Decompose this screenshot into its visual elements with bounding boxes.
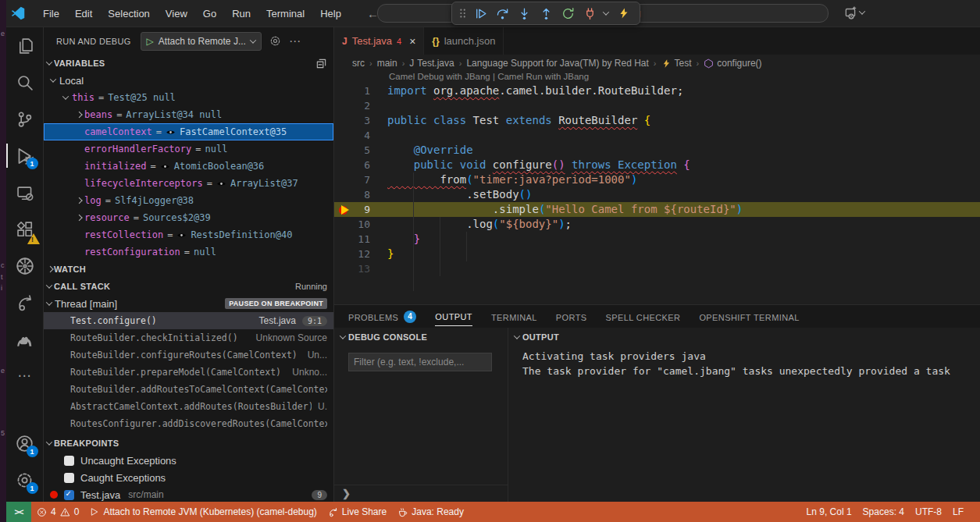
chevron-down-button[interactable] (602, 4, 611, 23)
menu-go[interactable]: Go (196, 5, 223, 23)
code-area[interactable]: 1import org.apache.camel.builder.RouteBu… (334, 83, 980, 276)
gutter[interactable] (334, 232, 355, 247)
hot-code-replace-button[interactable] (615, 4, 633, 23)
menu-run[interactable]: Run (225, 5, 258, 23)
variable-row[interactable]: restCollection=RestsDefinition@40 (44, 226, 333, 243)
stack-frame-row[interactable]: AbstractCamelContext.addRoutes(RoutesBui… (44, 398, 333, 415)
step-into-button[interactable] (515, 4, 533, 23)
cursor-position[interactable]: Ln 9, Col 1 (801, 506, 857, 517)
panel-tab-ports[interactable]: PORTS (556, 305, 587, 328)
stack-frame-row[interactable]: RouteBuilder.configureRoutes(CamelContex… (44, 346, 333, 364)
activity-explorer[interactable] (6, 27, 44, 64)
stack-frame-row[interactable]: Test.configure()Test.java9:1 (44, 312, 333, 329)
menu-help[interactable]: Help (313, 5, 348, 23)
drag-grip-button[interactable] (458, 4, 468, 23)
breadcrumb-item[interactable]: JTest.java (409, 58, 454, 69)
activity-accounts[interactable]: 1 (6, 425, 44, 462)
variable-row[interactable]: log=Slf4jLogger@38 (44, 192, 333, 209)
gutter[interactable] (334, 143, 355, 158)
watch-section-header[interactable]: WATCH (44, 261, 333, 278)
start-debug-icon[interactable]: ▷ (147, 36, 154, 47)
gutter[interactable] (334, 217, 355, 232)
variable-row[interactable]: restConfiguration=null (44, 243, 333, 261)
panel-tab-problems[interactable]: PROBLEMS4 (348, 305, 416, 328)
gutter[interactable] (334, 202, 355, 217)
breakpoint-row[interactable]: Uncaught Exceptions (44, 452, 333, 469)
screencast-tool[interactable] (843, 5, 864, 20)
gutter[interactable] (334, 187, 355, 202)
breakpoint-checkbox[interactable] (64, 473, 74, 483)
code-line[interactable]: 6 public void configure() throws Excepti… (334, 158, 980, 172)
tab-test-java[interactable]: JTest.java4× (334, 27, 424, 55)
variable-row[interactable]: resource=Sources$2@39 (44, 209, 333, 226)
breadcrumb-item[interactable]: configure() (704, 58, 761, 69)
activity-extensions[interactable] (6, 211, 44, 247)
debug-session-status[interactable]: Attach to Remote JVM (Kubernetes) (camel… (84, 502, 322, 522)
activity-search[interactable] (6, 64, 44, 101)
code-line[interactable]: 2 (334, 98, 980, 113)
debug-config-dropdown[interactable]: ▷ Attach to Remote J... (141, 32, 262, 51)
activity-camel[interactable] (6, 321, 44, 357)
java-status[interactable]: Java: Ready (392, 502, 469, 522)
output-log[interactable]: Activating task providers javaThe task p… (508, 346, 980, 378)
indentation[interactable]: Spaces: 4 (857, 506, 910, 517)
eol[interactable]: LF (947, 506, 969, 517)
panel-tab-output[interactable]: OUTPUT (435, 305, 472, 328)
variable-row[interactable]: beans=ArrayList@34 null (44, 106, 333, 123)
variable-row[interactable]: camelContext=FastCamelContext@35 (44, 123, 333, 140)
gutter[interactable] (334, 113, 355, 128)
menu-terminal[interactable]: Terminal (259, 5, 312, 23)
tree-chevron[interactable] (72, 198, 84, 203)
variable-row[interactable]: this=Test@25 null (44, 89, 333, 106)
code-line[interactable]: 5 @Override (334, 143, 980, 158)
thread-row[interactable]: Thread [main] PAUSED ON BREAKPOINT (44, 295, 333, 312)
code-line[interactable]: 7 from("timer:java?period=1000") (334, 172, 980, 187)
menu-view[interactable]: View (159, 5, 194, 23)
gutter[interactable] (334, 172, 355, 187)
stack-frame-row[interactable]: RouteBuilder.prepareModel(CamelContext)U… (44, 364, 333, 381)
close-icon[interactable]: × (409, 35, 415, 48)
tree-chevron[interactable] (59, 95, 72, 100)
menu-edit[interactable]: Edit (68, 5, 99, 23)
menu-selection[interactable]: Selection (101, 5, 156, 23)
call-stack-section-header[interactable]: CALL STACK Running (44, 278, 333, 295)
menu-file[interactable]: File (36, 5, 66, 23)
gutter[interactable] (334, 83, 355, 98)
lazy-eval-eye-icon[interactable] (166, 127, 176, 137)
breakpoint-row[interactable]: Test.javasrc/main9 (44, 486, 333, 502)
code-line[interactable]: 10 .log("${body}"); (334, 217, 980, 232)
encoding[interactable]: UTF-8 (910, 506, 947, 517)
collapse-all-icon[interactable] (315, 58, 327, 69)
gutter[interactable] (334, 247, 355, 261)
breadcrumb-item[interactable]: main (377, 58, 397, 69)
stack-frame-row[interactable]: RouteBuilder.checkInitialized()Unknown S… (44, 329, 333, 346)
problems-status[interactable]: 4 0 (31, 502, 84, 522)
restart-button[interactable] (558, 4, 577, 23)
tree-chevron[interactable] (72, 112, 84, 117)
activity-more[interactable]: ⋯ (6, 357, 44, 394)
gutter[interactable] (334, 98, 355, 113)
debug-console-header[interactable]: DEBUG CONSOLE (334, 328, 508, 346)
gutter[interactable] (334, 158, 355, 172)
output-header[interactable]: OUTPUT (508, 328, 980, 346)
breadcrumb-item[interactable]: src (352, 58, 365, 69)
breakpoint-row[interactable]: Caught Exceptions (44, 469, 333, 486)
panel-tab-spell-checker[interactable]: SPELL CHECKER (606, 305, 681, 328)
code-line[interactable]: 4 (334, 128, 980, 143)
code-line[interactable]: 11 } (334, 232, 980, 247)
activity-remote-explorer[interactable] (6, 174, 44, 211)
lazy-eval-eye-icon[interactable] (216, 179, 226, 189)
breadcrumb-item[interactable]: Test (661, 58, 692, 69)
breadcrumb-item[interactable]: Language Support for Java(TM) by Red Hat (466, 58, 648, 69)
disconnect-button[interactable] (580, 4, 599, 23)
continue-button[interactable] (471, 4, 490, 23)
activity-run-and-debug[interactable]: 1 (6, 137, 44, 174)
variable-row[interactable]: errorHandlerFactory=null (44, 140, 333, 158)
panel-tab-terminal[interactable]: TERMINAL (491, 305, 537, 328)
debug-console-input[interactable]: ❯ (334, 485, 508, 502)
activity-settings[interactable]: 1 (6, 462, 44, 499)
tab-launch-json[interactable]: {}launch.json (424, 27, 504, 55)
gutter[interactable] (334, 128, 355, 143)
variable-row[interactable]: initialized=AtomicBoolean@36 (44, 158, 333, 175)
variables-section-header[interactable]: VARIABLES (44, 55, 333, 72)
